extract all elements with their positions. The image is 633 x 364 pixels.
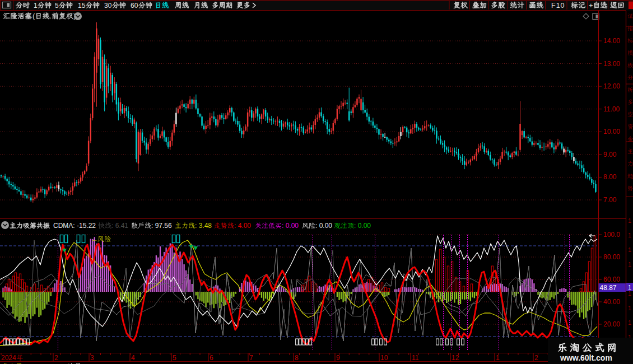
svg-text:: 0.00: : 0.00 — [282, 222, 299, 230]
svg-text:48.87: 48.87 — [600, 284, 617, 292]
svg-text:3: 3 — [90, 354, 94, 362]
svg-text:←: ← — [91, 235, 98, 243]
svg-text:: 6.41: : 6.41 — [111, 222, 128, 230]
svg-text:1: 1 — [628, 261, 631, 268]
svg-text:4: 4 — [131, 354, 135, 362]
svg-text:13.00: 13.00 — [603, 60, 620, 68]
svg-text:80.00: 80.00 — [603, 253, 620, 261]
svg-text:11: 11 — [412, 354, 419, 362]
svg-text:40.00: 40.00 — [603, 298, 620, 306]
svg-text:1: 1 — [628, 232, 631, 239]
svg-text:+: + — [589, 1, 593, 10]
svg-text:1: 1 — [628, 290, 631, 297]
svg-text:100.0: 100.0 — [603, 231, 620, 239]
svg-text:1: 1 — [34, 2, 38, 10]
svg-text:www.60lt.com: www.60lt.com — [560, 353, 612, 362]
svg-text:1: 1 — [628, 305, 631, 311]
svg-text:: 4.00: : 4.00 — [234, 222, 251, 230]
svg-text:1: 1 — [628, 319, 631, 326]
svg-text:10: 10 — [380, 354, 388, 362]
svg-text:11.00: 11.00 — [603, 105, 620, 113]
svg-text:15: 15 — [78, 2, 86, 10]
svg-text:30: 30 — [104, 2, 112, 10]
svg-text:7.00: 7.00 — [603, 196, 617, 204]
svg-text:60.00: 60.00 — [603, 276, 620, 283]
svg-text:14.00: 14.00 — [603, 37, 620, 45]
svg-text:CDMA: -15.22: CDMA: -15.22 — [53, 222, 96, 230]
svg-text:F10: F10 — [551, 2, 565, 10]
svg-text:: 3.48: : 3.48 — [195, 222, 212, 230]
svg-text:5: 5 — [55, 2, 59, 10]
svg-text:2024: 2024 — [1, 354, 16, 362]
svg-text:7: 7 — [249, 354, 253, 362]
svg-text:(: ( — [32, 12, 35, 20]
svg-text:5: 5 — [173, 354, 176, 362]
svg-text:: 0.00: : 0.00 — [315, 222, 332, 230]
svg-text:2: 2 — [54, 354, 58, 362]
svg-text:9: 9 — [336, 354, 340, 362]
svg-text:20.00: 20.00 — [603, 320, 620, 328]
svg-text:: 0.00: : 0.00 — [354, 222, 371, 230]
svg-text:8.00: 8.00 — [603, 173, 617, 181]
svg-text:.: . — [49, 12, 52, 20]
svg-text:: 97.56: : 97.56 — [151, 222, 172, 230]
svg-text:12.00: 12.00 — [603, 82, 620, 90]
svg-text:12: 12 — [452, 354, 459, 362]
svg-text:6: 6 — [210, 354, 213, 362]
svg-text:1: 1 — [496, 354, 500, 362]
svg-text:1: 1 — [628, 246, 631, 253]
svg-text:1: 1 — [628, 217, 631, 224]
svg-text:9.00: 9.00 — [603, 151, 617, 158]
svg-text:8: 8 — [295, 354, 299, 362]
svg-text:60: 60 — [131, 2, 138, 10]
svg-text:10.00: 10.00 — [603, 128, 620, 136]
svg-text:2: 2 — [534, 354, 538, 362]
